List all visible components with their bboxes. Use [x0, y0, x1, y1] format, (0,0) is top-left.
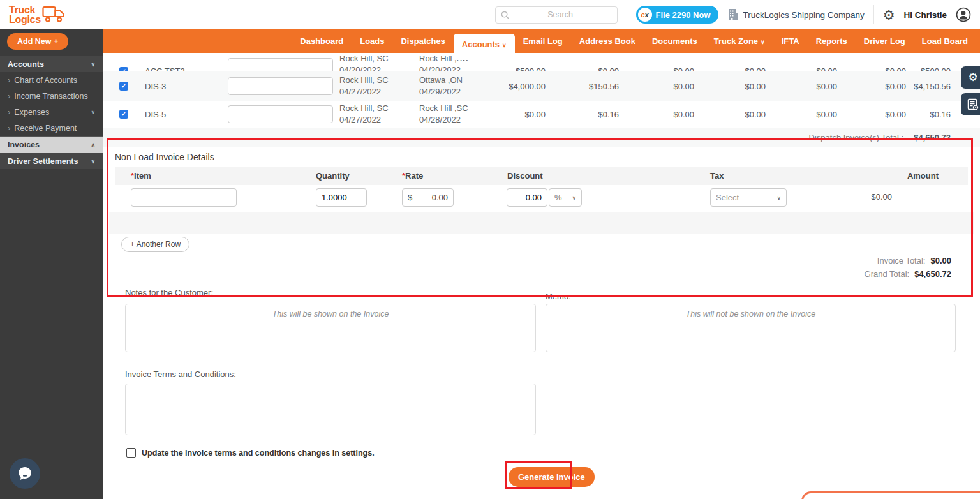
top-header: Truck Logics e x File 2290 Now: [0, 0, 980, 29]
currency-symbol: $: [408, 193, 412, 202]
nav-address-book[interactable]: Address Book: [571, 36, 644, 46]
user-greeting: Hi Christie: [903, 10, 947, 20]
dispatch-total-bar: Dispatch Invoice(s) Total : $4,650.72: [103, 128, 980, 147]
origin-date: 04/27/2022: [339, 114, 419, 126]
destination-city: Ottawa ,ON: [419, 75, 489, 86]
notes-textarea[interactable]: [125, 304, 536, 352]
add-new-button[interactable]: Add New +: [7, 33, 68, 50]
row-description-input[interactable]: [228, 77, 333, 95]
sidebar-item-expenses[interactable]: › Expenses ∨: [0, 104, 103, 120]
chat-widget-button[interactable]: [10, 458, 40, 489]
sidebar-label: Chart of Accounts: [14, 76, 77, 85]
destination-date: 04/20/2022: [419, 64, 489, 71]
row-amount: $0.00: [489, 110, 546, 119]
column-quantity: Quantity: [316, 167, 350, 185]
nav-reports[interactable]: Reports: [808, 36, 856, 46]
sidebar-item-invoices[interactable]: Invoices ∧: [0, 136, 103, 153]
nav-documents[interactable]: Documents: [644, 36, 706, 46]
nav-driver-log[interactable]: Driver Log: [856, 36, 914, 46]
nav-dispatches[interactable]: Dispatches: [392, 36, 453, 46]
row-description-input[interactable]: [228, 58, 333, 71]
tax-select[interactable]: Select ∨: [710, 188, 787, 207]
chevron-down-icon: ∨: [572, 195, 576, 201]
search-icon: [501, 11, 509, 19]
row-input-cell: [228, 105, 339, 123]
row-amount: $0.00: [766, 82, 837, 91]
item-input[interactable]: [131, 188, 237, 207]
quantity-input[interactable]: [316, 188, 367, 207]
row-amount: $0.16: [546, 110, 619, 119]
file-2290-button[interactable]: e x File 2290 Now: [636, 6, 718, 24]
nav-load-board[interactable]: Load Board: [914, 36, 976, 46]
section-divider: [115, 149, 968, 149]
sidebar-item-income-transactions[interactable]: › Income Transactions: [0, 88, 103, 104]
row-name: ACC TST2: [145, 66, 228, 71]
sidebar-label: Expenses: [14, 108, 49, 117]
add-another-row-button[interactable]: + Another Row: [121, 237, 189, 252]
chevron-down-icon: ∨: [761, 39, 765, 45]
column-rate: *Rate: [402, 167, 423, 185]
destination-date: 04/29/2022: [419, 86, 489, 98]
row-description-input[interactable]: [228, 105, 333, 123]
avatar-icon[interactable]: [956, 7, 971, 22]
building-icon: [727, 8, 739, 21]
row-amount: $0.00: [694, 66, 766, 71]
settings-gear-icon[interactable]: ⚙: [883, 8, 895, 22]
main-nav: Dashboard Loads Dispatches Accounts∨ Ema…: [103, 29, 980, 53]
origin-city: Rock Hill, SC: [339, 53, 419, 64]
column-discount: Discount: [507, 167, 543, 185]
row-amount-value: $0.00: [871, 192, 892, 202]
nav-truck-zone[interactable]: Truck Zone∨: [706, 36, 773, 46]
row-amount: $150.56: [546, 82, 619, 91]
chevron-down-icon: ∨: [502, 42, 507, 48]
nav-accounts-label: Accounts: [462, 40, 500, 49]
sidebar-item-receive-payment[interactable]: › Receive Payment: [0, 120, 103, 136]
nav-accounts[interactable]: Accounts∨: [454, 34, 515, 60]
grand-total-label: Grand Total:: [865, 269, 910, 279]
update-settings-label: Update the invoice terms and conditions …: [142, 449, 375, 458]
sidebar: Add New + Accounts ∨ › Chart of Accounts…: [0, 29, 103, 499]
row-amount: $4,150.56: [906, 82, 951, 91]
grand-total-value: $4,650.72: [914, 269, 951, 279]
sidebar-item-driver-settlements[interactable]: Driver Settlements ∨: [0, 153, 103, 169]
sub-arrow-icon: ›: [8, 107, 10, 117]
terms-textarea[interactable]: [125, 384, 536, 435]
row-destination: Rock Hill ,SC 04/28/2022: [419, 103, 489, 126]
destination-date: 04/28/2022: [419, 114, 489, 126]
update-settings-checkbox[interactable]: [126, 448, 136, 458]
expresstrucktax-logo-icon: e x: [638, 8, 652, 22]
row-amount: $0.16: [906, 110, 951, 119]
quick-settings-gear-button[interactable]: ⚙: [961, 66, 980, 89]
nav-loads[interactable]: Loads: [352, 36, 392, 46]
logo-line2: Logics: [9, 15, 41, 24]
nav-email-log[interactable]: Email Log: [515, 36, 571, 46]
search-input[interactable]: [509, 10, 612, 19]
row-checkbox[interactable]: ✓: [119, 67, 128, 71]
row-amount: $0.00: [766, 110, 837, 119]
row-checkbox[interactable]: ✓: [119, 82, 128, 91]
check-icon: ✓: [121, 111, 126, 117]
nav-ifta[interactable]: IFTA: [773, 36, 808, 46]
nav-dashboard[interactable]: Dashboard: [292, 36, 352, 46]
row-checkbox[interactable]: ✓: [119, 110, 128, 119]
sidebar-item-chart-of-accounts[interactable]: › Chart of Accounts: [0, 72, 103, 88]
discount-unit-select[interactable]: % ∨: [549, 188, 582, 207]
memo-label: Memo:: [546, 292, 571, 301]
report-history-button[interactable]: [961, 93, 980, 115]
dispatch-total-label: Dispatch Invoice(s) Total :: [809, 133, 904, 142]
discount-input[interactable]: [507, 188, 547, 207]
company-selector[interactable]: TruckLogics Shipping Company: [727, 8, 865, 21]
generate-invoice-button[interactable]: Generate Invoice: [509, 467, 595, 487]
header-divider: [873, 5, 874, 24]
column-amount: Amount: [907, 167, 939, 185]
row-origin: Rock Hill, SC 04/27/2022: [339, 103, 419, 126]
chevron-up-icon: ∧: [91, 142, 95, 148]
chevron-down-icon: ∨: [776, 195, 781, 201]
sidebar-item-accounts[interactable]: Accounts ∨: [0, 56, 103, 72]
row-input-cell: [228, 58, 339, 71]
rate-input[interactable]: $ 0.00: [402, 188, 454, 207]
tax-select-value: Select: [716, 193, 739, 202]
trucklogics-logo[interactable]: Truck Logics: [9, 5, 65, 24]
row-amount: $500.00: [906, 66, 951, 71]
memo-textarea[interactable]: [546, 304, 956, 352]
